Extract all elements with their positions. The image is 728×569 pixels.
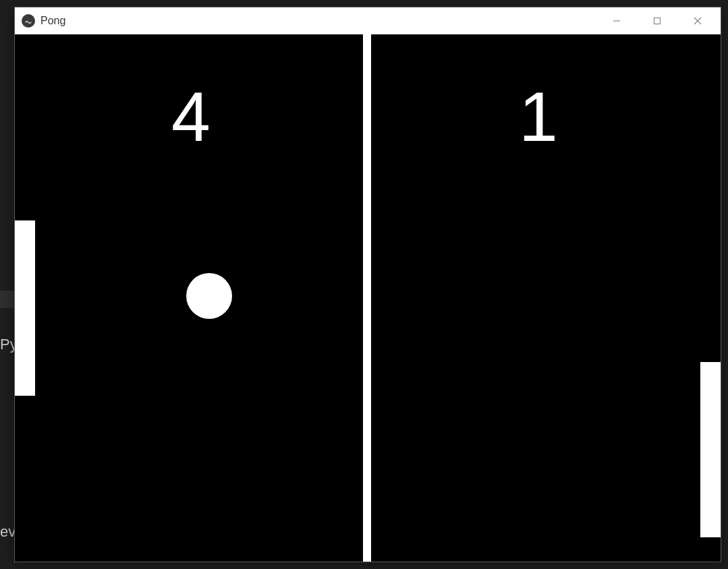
ball: [186, 273, 232, 319]
score-left: 4: [171, 82, 211, 152]
app-icon: [22, 14, 35, 28]
maximize-icon: [652, 16, 662, 26]
window-title: Pong: [40, 15, 65, 27]
game-canvas: 4 1: [15, 34, 721, 562]
maximize-button[interactable]: [637, 7, 677, 34]
center-net: [363, 34, 371, 562]
score-right: 1: [519, 82, 558, 152]
background-text-ev: ev: [0, 523, 16, 541]
minimize-icon: [612, 16, 621, 26]
minimize-button[interactable]: [596, 7, 637, 34]
paddle-left[interactable]: [15, 220, 35, 396]
close-icon: [693, 16, 702, 26]
game-area[interactable]: 4 1: [15, 34, 721, 562]
paddle-right[interactable]: [700, 362, 721, 537]
titlebar[interactable]: Pong: [15, 7, 721, 34]
window-controls: [596, 7, 718, 34]
pong-window: Pong 4 1: [14, 7, 721, 562]
background-highlight: [0, 291, 14, 308]
svg-rect-1: [654, 18, 661, 24]
close-button[interactable]: [677, 7, 718, 34]
